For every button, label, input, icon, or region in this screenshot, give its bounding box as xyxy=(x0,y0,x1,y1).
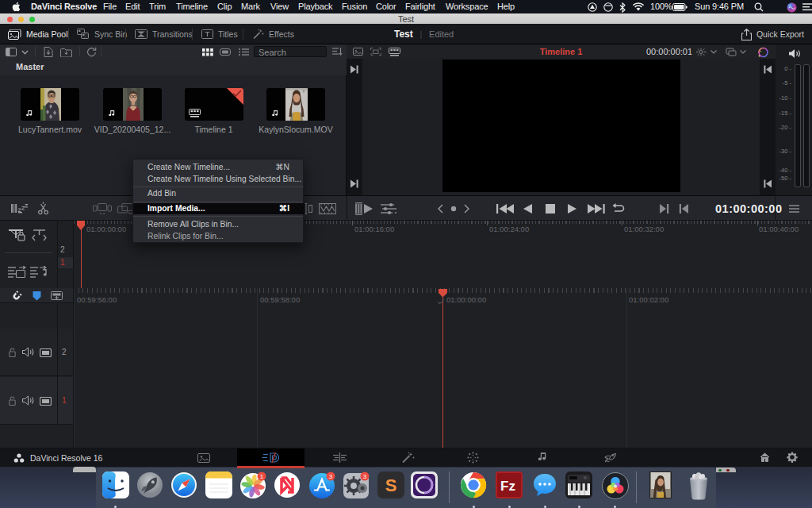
svg-text:S: S xyxy=(385,475,397,495)
svg-text:3: 3 xyxy=(363,473,367,480)
svg-text:3: 3 xyxy=(329,473,333,480)
svg-text:1: 1 xyxy=(260,473,264,480)
svg-text:Fz: Fz xyxy=(500,479,515,494)
